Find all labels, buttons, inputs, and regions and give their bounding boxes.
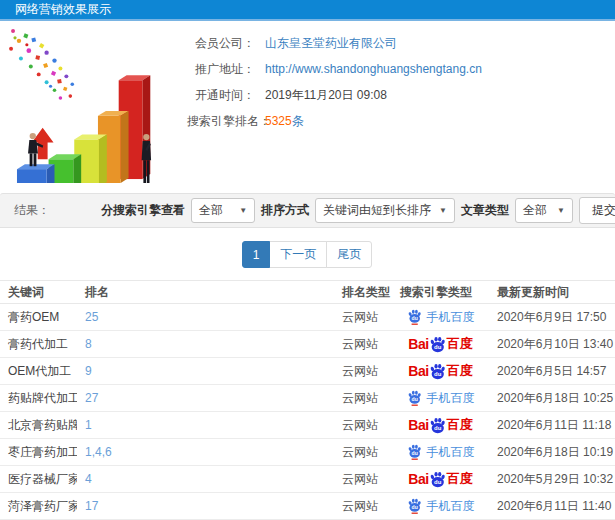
engine-cell: Bai du 百度 du: [392, 412, 489, 439]
page-button-current[interactable]: 1: [242, 241, 271, 268]
rank-count-number: 5325: [265, 114, 292, 128]
rank-link[interactable]: 1: [85, 418, 92, 432]
table-row: 北京膏药贴牌 1 云网站 Bai du 百度: [0, 412, 615, 439]
engine-cell: Bai du 百度 du: [392, 331, 489, 358]
table-row: 膏药OEM 25 云网站 Bai du 百度: [0, 304, 615, 331]
rank-type-cell: 云网站: [334, 466, 392, 493]
mobile-baidu-icon: du: [407, 444, 422, 460]
rank-count-row: 搜索引擎排名： 5325条: [187, 112, 615, 130]
updated-cell: 2020年6月11日 11:18: [489, 412, 615, 439]
submit-button[interactable]: 提交: [579, 197, 615, 224]
svg-text:du: du: [411, 450, 417, 456]
bar-blue: [17, 164, 55, 183]
keyword-cell: 枣庄膏药加工: [0, 439, 77, 466]
mobile-baidu-label: du 手机百度: [407, 444, 475, 461]
rank-count-value: 5325条: [265, 113, 304, 130]
rank-link[interactable]: 8: [85, 337, 92, 351]
pagination: 1 下一页 尾页: [0, 241, 615, 268]
mobile-baidu-label: du 手机百度: [407, 390, 475, 407]
result-label: 结果：: [14, 202, 50, 219]
rank-link[interactable]: 9: [85, 364, 92, 378]
col-keyword: 关键词: [0, 281, 77, 304]
engine-cell: Bai du 百度 du: [392, 439, 489, 466]
keyword-cell: 北京膏药贴牌: [0, 412, 77, 439]
table-row: 菏泽膏药厂家 17 云网站 Bai du 百度: [0, 493, 615, 520]
baidu-paw-icon: du: [429, 471, 446, 488]
engine-cell: Bai du 百度 du: [392, 358, 489, 385]
keyword-cell: OEM代加工: [0, 358, 77, 385]
rank-link[interactable]: 17: [85, 499, 98, 513]
rank-link[interactable]: 4: [85, 472, 92, 486]
baidu-paw-icon: du: [429, 363, 446, 380]
sort-filter-label: 排序方式: [261, 202, 309, 219]
next-page-button[interactable]: 下一页: [269, 241, 327, 268]
table-row: 膏药代加工 8 云网站 Bai du 百度: [0, 331, 615, 358]
rank-link[interactable]: 25: [85, 310, 98, 324]
rank-cell: 9: [77, 358, 334, 385]
rank-type-cell: 云网站: [334, 412, 392, 439]
confetti-dots: [9, 29, 74, 100]
updated-cell: 2020年5月29日 10:32: [489, 466, 615, 493]
keyword-cell: 菏泽膏药厂家: [0, 493, 77, 520]
rank-cell: 27: [77, 385, 334, 412]
rank-type-cell: 云网站: [334, 358, 392, 385]
url-label: 推广地址：: [187, 61, 255, 78]
updated-cell: 2020年6月11日 11:40: [489, 493, 615, 520]
keyword-cell: 膏药OEM: [0, 304, 77, 331]
rank-cell: 25: [77, 304, 334, 331]
last-page-button[interactable]: 尾页: [326, 241, 372, 268]
updated-cell: 2020年6月9日 17:50: [489, 304, 615, 331]
keyword-cell: 药贴牌代加工: [0, 385, 77, 412]
rank-cell: 17: [77, 493, 334, 520]
chevron-down-icon: ▼: [549, 206, 565, 215]
sort-filter-value: 关键词由短到长排序: [323, 202, 431, 219]
rank-cell: 1,4,6: [77, 439, 334, 466]
rank-cell: 1: [77, 412, 334, 439]
rank-link[interactable]: 1,4,6: [85, 445, 112, 459]
engine-cell: Bai du 百度 du: [392, 304, 489, 331]
rank-link[interactable]: 27: [85, 391, 98, 405]
col-engine-type: 搜索引擎类型: [392, 281, 489, 304]
updated-cell: 2020年6月18日 10:25: [489, 385, 615, 412]
engine-cell: Bai du 百度 du: [392, 466, 489, 493]
rank-type-cell: 云网站: [334, 439, 392, 466]
sort-filter-select[interactable]: 关键词由短到长排序 ▼: [315, 198, 455, 223]
opened-label: 开通时间：: [187, 87, 255, 104]
engine-cell: Bai du 百度 du: [392, 493, 489, 520]
promotion-url-link[interactable]: http://www.shandonghuangshengtang.cn: [265, 62, 482, 76]
updated-cell: 2020年6月5日 14:57: [489, 358, 615, 385]
company-info-panel: 会员公司： 山东皇圣堂药业有限公司 推广地址： http://www.shand…: [187, 21, 615, 193]
chevron-down-icon: ▼: [431, 206, 447, 215]
article-type-select[interactable]: 全部 ▼: [515, 198, 573, 223]
engine-cell: Bai du 百度 du: [392, 385, 489, 412]
company-link[interactable]: 山东皇圣堂药业有限公司: [265, 35, 397, 52]
filter-controls: 分搜索引擎查看 全部 ▼ 排序方式 关键词由短到长排序 ▼ 文章类型 全部 ▼ …: [101, 197, 615, 224]
svg-text:du: du: [434, 371, 442, 377]
opened-row: 开通时间： 2019年11月20日 09:08: [187, 86, 615, 104]
url-row: 推广地址： http://www.shandonghuangshengtang.…: [187, 60, 615, 78]
mobile-baidu-label: du 手机百度: [407, 309, 475, 326]
rank-cell: 4: [77, 466, 334, 493]
table-row: 枣庄膏药加工 1,4,6 云网站 Bai du 百度: [0, 439, 615, 466]
svg-text:du: du: [434, 479, 442, 485]
table-row: OEM代加工 9 云网站 Bai du 百度: [0, 358, 615, 385]
rank-type-cell: 云网站: [334, 493, 392, 520]
svg-text:du: du: [434, 425, 442, 431]
keyword-ranking-table: 关键词 排名 排名类型 搜索引擎类型 最新更新时间 膏药OEM 25 云网站 B…: [0, 280, 615, 520]
growth-chart-illustration: [2, 25, 187, 183]
engine-filter-select[interactable]: 全部 ▼: [191, 198, 255, 223]
chevron-down-icon: ▼: [231, 206, 247, 215]
engine-filter-label: 分搜索引擎查看: [101, 202, 185, 219]
svg-text:du: du: [434, 344, 442, 350]
rank-count-label: 搜索引擎排名：: [187, 113, 255, 130]
rank-type-cell: 云网站: [334, 331, 392, 358]
rank-type-cell: 云网站: [334, 304, 392, 331]
svg-text:du: du: [411, 504, 417, 510]
keyword-cell: 膏药代加工: [0, 331, 77, 358]
table-row: 药贴牌代加工 27 云网站 Bai du 百度: [0, 385, 615, 412]
svg-text:du: du: [411, 315, 417, 321]
company-row: 会员公司： 山东皇圣堂药业有限公司: [187, 34, 615, 52]
rank-count-unit: 条: [292, 114, 304, 128]
baidu-logo: Bai du 百度: [408, 362, 472, 380]
engine-filter-value: 全部: [199, 202, 223, 219]
